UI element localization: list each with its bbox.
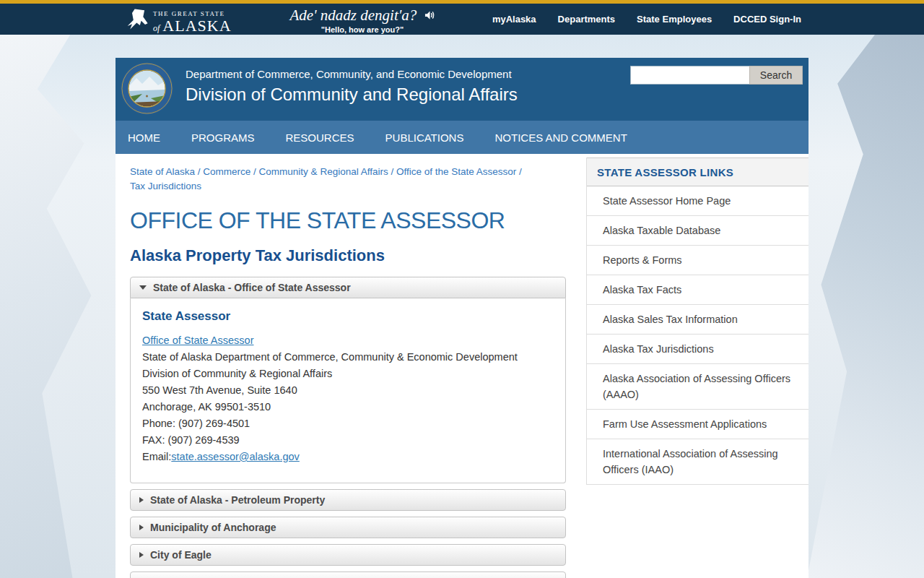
accordion-header[interactable]: State of Alaska - Petroleum Property — [130, 489, 566, 511]
sidebar-link[interactable]: Alaska Tax Jurisdictions — [587, 335, 808, 364]
accordion-collapsed: State of Alaska - Petroleum Property — [130, 489, 566, 511]
accordion-office-of-state-assessor: State of Alaska - Office of State Assess… — [130, 277, 566, 483]
breadcrumb-link[interactable]: Tax Jurisdictions — [130, 181, 201, 191]
accordion-panel: State Assessor Office of State Assessor … — [130, 298, 566, 483]
accordion-label: City of Eagle — [150, 549, 212, 561]
sidebar-link[interactable]: Alaska Sales Tax Information — [587, 305, 808, 335]
breadcrumb-link[interactable]: State of Alaska — [130, 166, 195, 177]
triangle-right-icon — [139, 552, 144, 558]
accordion-label: State of Alaska - Petroleum Property — [150, 494, 325, 506]
sidebar-link-list: State Assessor Home PageAlaska Taxable D… — [587, 186, 808, 485]
breadcrumb-link[interactable]: Commerce — [203, 166, 250, 177]
speaker-icon[interactable] — [421, 7, 435, 24]
breadcrumb-link[interactable]: Community & Regional Affairs — [259, 166, 388, 177]
topbar-link[interactable]: DCCED Sign-In — [733, 14, 801, 25]
main-nav-link[interactable]: PROGRAMS — [191, 131, 255, 144]
accordion-collapsed: Fairbanks North Star Borough — [130, 571, 566, 578]
sidebar-title: STATE ASSESSOR LINKS — [587, 158, 808, 186]
collapsed-accordions: State of Alaska - Petroleum Property Mun… — [130, 489, 566, 578]
contact-info-line: Phone: (907) 269-4501 — [142, 415, 554, 432]
background-mountains-right — [807, 35, 924, 578]
search-button[interactable]: Search — [749, 66, 803, 85]
logo-of: of — [153, 23, 160, 33]
sidebar-link[interactable]: Reports & Forms — [587, 246, 808, 275]
topbar-links: myAlaskaDepartmentsState EmployeesDCCED … — [492, 4, 801, 35]
page-container: Department of Commerce, Community, and E… — [116, 58, 808, 578]
accordion-label: Municipality of Anchorage — [150, 522, 276, 533]
accordion-label: State of Alaska - Office of State Assess… — [153, 282, 351, 293]
main-navigation: HOMEPROGRAMSRESOURCESPUBLICATIONSNOTICES… — [116, 121, 808, 154]
topbar-link[interactable]: State Employees — [637, 14, 712, 25]
topbar-link[interactable]: Departments — [558, 14, 615, 25]
accordion-header[interactable]: City of Eagle — [130, 544, 566, 566]
accordion-header[interactable]: Fairbanks North Star Borough — [130, 571, 566, 578]
greeting-native-text: Ade' ndadz dengit'a? — [289, 7, 417, 24]
contact-info-line: 550 West 7th Avenue, Suite 1640 — [142, 382, 554, 399]
division-title-link[interactable]: Division of Community and Regional Affai… — [186, 85, 808, 105]
sidebar-link[interactable]: Farm Use Assessment Applications — [587, 410, 808, 439]
state-of-alaska-logo[interactable]: THE GREAT STATE of ALASKA — [126, 6, 232, 35]
triangle-right-icon — [139, 497, 144, 503]
triangle-down-icon — [139, 285, 147, 290]
accordion-group: State of Alaska - Office of State Assess… — [130, 277, 566, 578]
state-assessor-links-sidebar: STATE ASSESSOR LINKS State Assessor Home… — [586, 158, 808, 485]
native-greeting: Ade' ndadz dengit'a? "Hello, how are you… — [269, 7, 456, 34]
panel-heading: State Assessor — [142, 309, 554, 324]
email-link[interactable]: state.assessor@alaska.gov — [171, 451, 300, 462]
accordion-header[interactable]: Municipality of Anchorage — [130, 517, 566, 538]
site-search: Search — [630, 66, 803, 85]
search-input[interactable] — [630, 66, 749, 85]
contact-info-line: Division of Community & Regional Affairs — [142, 366, 554, 382]
sidebar-link[interactable]: Alaska Tax Facts — [587, 275, 808, 305]
main-nav-link[interactable]: NOTICES AND COMMENT — [494, 131, 627, 144]
main-nav-link[interactable]: PUBLICATIONS — [385, 131, 464, 144]
alaska-silhouette-icon — [126, 6, 152, 35]
main-nav-link[interactable]: HOME — [128, 131, 160, 144]
contact-info-line: State of Alaska Department of Commerce, … — [142, 349, 554, 366]
accordion-header[interactable]: State of Alaska - Office of State Assess… — [130, 277, 566, 298]
breadcrumb: State of Alaska / Commerce / Community &… — [130, 165, 534, 194]
logo-line-2: ALASKA — [162, 17, 231, 35]
contact-info: State of Alaska Department of Commerce, … — [142, 349, 554, 449]
state-topbar: THE GREAT STATE of ALASKA Ade' ndadz den… — [0, 4, 924, 35]
background-mountains-left — [0, 35, 117, 578]
triangle-right-icon — [139, 525, 144, 530]
email-label: Email: — [142, 451, 171, 462]
alaska-state-seal-icon — [121, 62, 173, 115]
greeting-translation: "Hello, how are you?" — [269, 25, 456, 34]
sidebar-link[interactable]: State Assessor Home Page — [587, 186, 808, 216]
accordion-collapsed: City of Eagle — [130, 544, 566, 566]
contact-info-line: Anchorage, AK 99501-3510 — [142, 399, 554, 415]
main-nav-link[interactable]: RESOURCES — [286, 131, 354, 144]
sidebar-link[interactable]: Alaska Taxable Database — [587, 216, 808, 246]
contact-info-line: FAX: (907) 269-4539 — [142, 432, 554, 449]
topbar-link[interactable]: myAlaska — [492, 14, 536, 25]
office-of-state-assessor-link[interactable]: Office of State Assessor — [142, 335, 253, 346]
sidebar-link[interactable]: International Association of Assessing O… — [587, 439, 808, 485]
content-area: State of Alaska / Commerce / Community &… — [116, 154, 808, 578]
site-header: Department of Commerce, Community, and E… — [116, 58, 808, 121]
sidebar-link[interactable]: Alaska Association of Assessing Officers… — [587, 364, 808, 410]
accordion-collapsed: Municipality of Anchorage — [130, 517, 566, 538]
breadcrumb-link[interactable]: Office of the State Assessor — [396, 166, 516, 177]
